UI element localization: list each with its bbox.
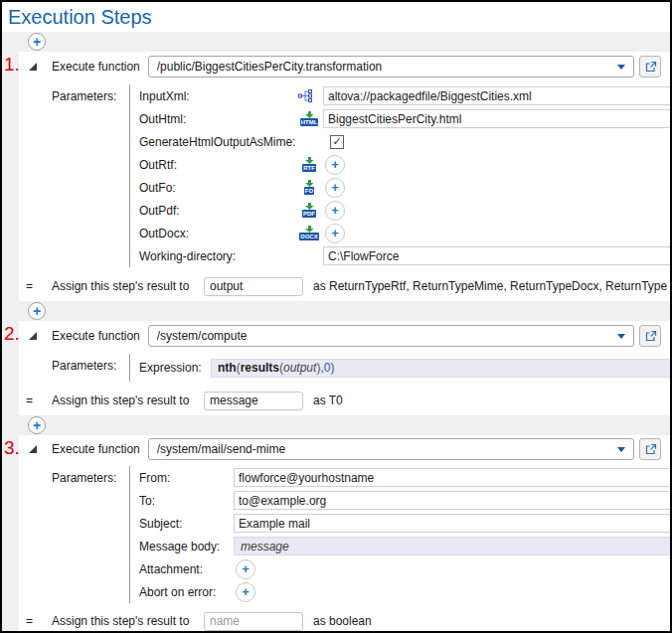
param-label: To: xyxy=(139,494,234,508)
add-step-button[interactable]: + xyxy=(28,416,46,434)
fo-file-icon: FO xyxy=(298,180,323,195)
pdf-file-icon: PDF xyxy=(298,203,323,218)
execute-function-label: Execute function xyxy=(52,329,140,343)
execute-function-label: Execute function xyxy=(52,442,140,456)
expression-paren: ), xyxy=(316,361,323,375)
external-link-icon xyxy=(644,443,657,456)
page-title: Execution Steps xyxy=(8,6,670,29)
function-path-value: /public/BiggestCitiesPerCity.transformat… xyxy=(157,60,611,74)
working-directory-field[interactable] xyxy=(323,246,670,265)
result-name-field[interactable] xyxy=(204,612,303,631)
docx-file-icon: DOCX xyxy=(298,226,323,240)
param-row-outrtf: OutRtf: RTF + xyxy=(19,153,670,176)
param-row-to: To: xyxy=(19,489,670,512)
result-type-text: as boolean xyxy=(313,614,670,628)
param-label: Subject: xyxy=(139,517,234,531)
collapse-triangle-icon[interactable] xyxy=(29,332,37,340)
assign-result-label: Assign this step's result to xyxy=(52,394,204,407)
chevron-down-icon[interactable] xyxy=(617,334,625,339)
open-function-button[interactable] xyxy=(639,438,661,460)
param-label: Message body: xyxy=(139,540,234,554)
inputxml-field[interactable] xyxy=(323,86,670,105)
result-name-field[interactable] xyxy=(204,277,303,296)
steps-content: + 1. Execute function /public/BiggestCit… xyxy=(2,32,670,631)
xml-tree-icon xyxy=(298,89,323,102)
function-path-combobox[interactable]: /public/BiggestCitiesPerCity.transformat… xyxy=(148,56,634,78)
add-abort-on-error-button[interactable]: + xyxy=(236,582,255,602)
param-label: InputXml: xyxy=(139,89,298,103)
collapse-triangle-icon[interactable] xyxy=(29,445,37,453)
add-outfo-button[interactable]: + xyxy=(325,178,345,198)
step-2-assign-row: = Assign this step's result to as T0 xyxy=(19,386,670,415)
chevron-down-icon[interactable] xyxy=(617,447,625,452)
expression-function: results xyxy=(241,361,279,375)
param-label: Expression: xyxy=(139,361,211,375)
execution-steps-panel: Execution Steps + 1. Execute function /p… xyxy=(0,0,672,633)
expression-number: 0 xyxy=(324,361,331,375)
outhtml-field[interactable] xyxy=(323,109,670,128)
step-1-assign-row: = Assign this step's result to as Return… xyxy=(19,271,670,301)
expression-paren: ) xyxy=(330,361,334,375)
param-row-generatemime: GenerateHtmlOutputAsMime: ✓ xyxy=(19,130,670,153)
equals-icon: = xyxy=(26,394,52,407)
add-outpdf-button[interactable]: + xyxy=(325,201,345,221)
assign-result-label: Assign this step's result to xyxy=(52,614,204,628)
equals-icon: = xyxy=(26,614,52,628)
param-label: OutRtf: xyxy=(139,158,298,172)
result-name-field[interactable] xyxy=(204,392,303,410)
step-3-parameters: Parameters: From: To: Subject: Message b… xyxy=(19,463,670,607)
add-step-button[interactable]: + xyxy=(28,33,46,51)
open-function-button[interactable] xyxy=(639,325,661,347)
param-row-outdocx: OutDocx: DOCX + xyxy=(19,222,670,244)
function-path-value: /system/compute xyxy=(157,329,611,343)
param-row-outfo: OutFo: FO + xyxy=(19,176,670,199)
param-label: Abort on error: xyxy=(139,585,234,599)
add-step-button[interactable]: + xyxy=(28,302,46,320)
param-label: Attachment: xyxy=(139,562,234,576)
param-row-abortonerror: Abort on error: + xyxy=(19,580,670,603)
external-link-icon xyxy=(644,330,657,343)
from-field[interactable] xyxy=(234,468,670,487)
message-body-field[interactable]: message xyxy=(234,537,670,555)
subject-field[interactable] xyxy=(234,514,670,533)
external-link-icon xyxy=(644,61,657,74)
parameters-divider xyxy=(129,84,130,267)
step-3-assign-row: = Assign this step's result to as boolea… xyxy=(19,607,670,631)
add-outrtf-button[interactable]: + xyxy=(325,155,345,175)
step-3: 3. Execute function /system/mail/send-mi… xyxy=(19,435,670,631)
step-3-annotation-number: 3. xyxy=(4,437,20,459)
function-path-combobox[interactable]: /system/compute xyxy=(148,325,634,347)
param-label: OutDocx: xyxy=(139,227,298,240)
param-row-workingdir: Working-directory: xyxy=(19,244,670,267)
step-1-annotation-number: 1. xyxy=(4,54,20,76)
open-function-button[interactable] xyxy=(639,56,661,78)
chevron-down-icon[interactable] xyxy=(617,65,625,70)
add-step-row: + xyxy=(2,32,670,52)
to-field[interactable] xyxy=(234,491,670,510)
equals-icon: = xyxy=(26,279,52,293)
expression-field[interactable]: nth(results(output), 0) xyxy=(211,359,670,378)
assign-result-label: Assign this step's result to xyxy=(52,279,204,293)
parameters-label: Parameters: xyxy=(52,471,116,485)
generate-mime-checkbox[interactable]: ✓ xyxy=(330,135,344,149)
param-label: Working-directory: xyxy=(139,249,298,263)
add-outdocx-button[interactable]: + xyxy=(325,224,345,243)
step-1: 1. Execute function /public/BiggestCitie… xyxy=(19,52,670,301)
param-label: GenerateHtmlOutputAsMime: xyxy=(139,135,298,149)
param-row-outhtml: OutHtml: HTML xyxy=(19,107,670,130)
rtf-file-icon: RTF xyxy=(298,157,323,172)
collapse-triangle-icon[interactable] xyxy=(29,63,37,71)
message-body-value: message xyxy=(241,540,289,554)
add-attachment-button[interactable]: + xyxy=(236,559,255,579)
parameters-label: Parameters: xyxy=(52,359,116,373)
step-2-parameters: Parameters: Expression: nth(results(outp… xyxy=(19,351,670,386)
add-step-row: + xyxy=(2,415,670,435)
execute-function-label: Execute function xyxy=(52,60,140,74)
step-2: 2. Execute function /system/compute xyxy=(19,321,670,415)
param-row-messagebody: Message body: message xyxy=(19,535,670,557)
step-1-parameters: Parameters: InputXml: xyxy=(19,81,670,271)
function-path-combobox[interactable]: /system/mail/send-mime xyxy=(148,438,634,460)
param-label: OutHtml: xyxy=(139,112,298,126)
result-type-text: as ReturnTypeRtf, ReturnTypeMime, Return… xyxy=(313,279,670,293)
html-file-icon: HTML xyxy=(298,111,323,126)
